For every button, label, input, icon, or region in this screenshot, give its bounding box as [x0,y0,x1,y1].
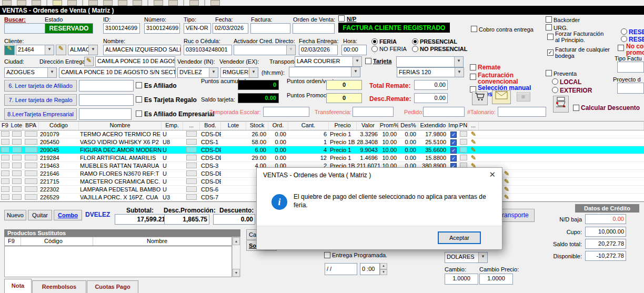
edit-pencil-icon[interactable]: ✎ [504,178,509,185]
col-pn[interactable]: PN [459,122,468,130]
fecha-field[interactable]: 02/03/2026 [213,23,248,34]
bpa-cell-button[interactable] [25,131,37,137]
talonario-field[interactable] [498,107,546,117]
edit-pencil-icon[interactable]: ✎ [471,138,476,146]
chevron-down-icon[interactable]: ▼ [353,57,361,66]
es-tarjeta-regalo-checkbox[interactable] [136,96,142,103]
ferias-combo[interactable]: FERIAS 120▼ [397,67,464,77]
table-row[interactable]: 219284 FLOR ARTIFICIAL AMARILIS U CDS-DE… [0,154,644,162]
lote-cell-button[interactable] [12,178,22,184]
vendedor-ex-combo[interactable]: RMGUERRE▼ [220,67,258,78]
pn-cell[interactable] [460,131,467,137]
presencial-radio[interactable] [412,38,418,45]
col-lote[interactable]: Lote [11,122,23,130]
no-feria-radio[interactable] [371,46,378,52]
feria-radio[interactable] [371,38,378,45]
pn-cell[interactable] [460,155,467,160]
numero-field[interactable]: 3100124699 [144,23,180,34]
leer-tarjeta-regalo-button[interactable]: 7. Leer tarjeta de Regalo [4,94,77,106]
lote-cell-button[interactable] [12,186,22,192]
f9-cell-button[interactable] [1,139,9,145]
chevron-down-icon[interactable]: ▼ [286,45,295,55]
chevron-down-icon[interactable]: ▼ [478,252,487,262]
edit-cliente-pencil-button[interactable]: ✎ [56,45,66,55]
preventa-checkbox[interactable] [546,70,552,76]
toolbar-icon[interactable] [118,0,127,6]
toolbar-icon[interactable] [17,0,26,6]
lote-cell-button[interactable] [12,170,22,176]
imp-checkbox[interactable]: ✓ [450,155,457,161]
row-more-button[interactable] [186,194,197,200]
row-more-button[interactable] [186,147,197,153]
chevron-down-icon[interactable]: ▼ [47,68,56,77]
f9-cell-button[interactable] [1,131,9,137]
pn-cell[interactable] [460,139,467,145]
col-ord[interactable]: Ord. [268,122,288,130]
f9-cell-button[interactable] [1,163,9,168]
lote-cell-button[interactable] [12,155,22,160]
entrega-programada-checkbox[interactable] [324,252,330,258]
hora-spinner[interactable]: ▲ ▼ [380,263,387,275]
cliente-code-combo[interactable]: 21464▼ [16,45,54,55]
col-des[interactable]: Des% [399,122,418,130]
cobro-contra-entrega-checkbox[interactable] [471,26,477,32]
hora-field[interactable]: 00:00 [341,45,367,55]
ciudad-combo[interactable]: AZOGUES▼ [4,67,57,78]
transferencia-field[interactable] [353,107,394,117]
aceptar-button[interactable]: Aceptar [438,231,481,244]
imp-checkbox[interactable]: ✓ [450,139,457,146]
col-bod[interactable]: Bod. [200,122,221,130]
exterior-radio[interactable] [552,87,558,93]
edit-pencil-icon[interactable]: ✎ [471,154,476,161]
spin-down-icon[interactable]: ▼ [380,269,387,276]
bpa-cell-button[interactable] [25,170,37,176]
bpa-cell-button[interactable] [25,186,37,192]
reservado1-radio[interactable] [621,28,627,35]
tipo-field[interactable]: VEN-OR [184,23,211,34]
col-lote2[interactable]: Lote [221,122,246,130]
lote-cell-button[interactable] [12,139,22,145]
tarjeta-combo[interactable]: ▼ [396,56,464,67]
reservado2-radio[interactable] [621,36,627,42]
row-more-button[interactable] [186,139,197,145]
cliente-tipo-combo[interactable]: ALMACEN▼ [68,45,98,55]
mail-button[interactable] [492,90,511,104]
buscar-input[interactable] [4,23,45,34]
toolbar-icon[interactable] [67,0,77,6]
tab-reembolsos[interactable]: Reembolsos [32,280,86,293]
tarjeta-checkbox[interactable] [365,58,371,64]
col-cant[interactable]: Cant. [288,122,329,130]
urg-checkbox[interactable] [546,24,552,31]
bpa-cell-button[interactable] [25,178,37,184]
col-valor[interactable]: Valor [357,122,380,130]
bpa-cell-button[interactable] [25,163,37,168]
close-icon[interactable]: ✕ [489,170,496,179]
nuevo-button[interactable]: Nuevo [4,210,26,220]
chevron-down-icon[interactable]: ▼ [88,45,97,55]
tipo-factura-field[interactable] [617,62,644,73]
id-field[interactable]: 3100124699 [103,23,140,34]
edit-pencil-icon[interactable]: ✎ [471,130,476,138]
edit-pencil-icon[interactable]: ✎ [504,170,509,177]
toolbar-icon[interactable] [168,0,178,6]
lote-cell-button[interactable] [12,131,22,137]
entrega-fecha-field[interactable]: / / [325,263,357,275]
proyecto-field[interactable] [617,83,644,94]
chevron-down-icon[interactable]: ▼ [45,45,54,55]
lote-cell-button[interactable] [12,194,22,200]
remate-checkbox[interactable] [470,64,476,70]
table-row[interactable]: 205450 VASO VIDRIO WHISKY X6 P2 U8 CDS-1… [0,138,644,146]
hhmm-combo[interactable]: ▼ [289,67,360,77]
es-afiliado-empresarial-checkbox[interactable] [136,110,142,117]
tarjeta-afiliado-field[interactable] [79,80,134,92]
col-codigo[interactable]: Código [39,122,79,130]
f9-cell-button[interactable] [1,194,9,200]
bpa-cell-button[interactable] [25,194,37,200]
toolbar-icon[interactable] [32,0,41,6]
col-precio[interactable]: Precio [329,122,357,130]
bpa-cell-button[interactable] [25,155,37,160]
spin-up-icon[interactable]: ▲ [380,263,387,269]
imp-checkbox[interactable]: ✓ [450,147,457,154]
row-more-button[interactable] [186,178,197,184]
table-row[interactable]: 209045 FIGURA DEC.AMOR MODERN U CDS-DE 6… [0,146,644,154]
